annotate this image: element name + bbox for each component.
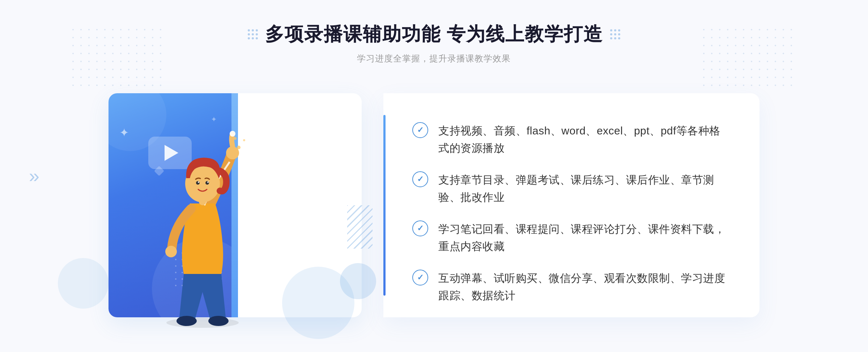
feature-text-2: 支持章节目录、弹题考试、课后练习、课后作业、章节测验、批改作业 — [438, 171, 731, 206]
svg-point-10 — [207, 181, 209, 183]
svg-point-3 — [176, 316, 197, 326]
feature-item-2: ✓ 支持章节目录、弹题考试、课后练习、课后作业、章节测验、批改作业 — [412, 164, 731, 213]
check-icon-3: ✓ — [412, 220, 428, 236]
bottom-left-circle — [58, 258, 109, 309]
page-container: for(let i=0;i<96;i++) document.write('<s… — [0, 0, 868, 352]
svg-point-4 — [208, 316, 229, 326]
feature-text-4: 互动弹幕、试听购买、微信分享、观看次数限制、学习进度跟踪、数据统计 — [438, 270, 731, 304]
main-content: for(let i=0;i<48;i++) document.write('<s… — [109, 82, 760, 328]
feature-item-3: ✓ 学习笔记回看、课程提问、课程评论打分、课件资料下载，重点内容收藏 — [412, 213, 731, 262]
svg-point-2 — [165, 246, 177, 257]
stripe-decoration — [347, 205, 373, 249]
svg-point-11 — [230, 131, 235, 137]
features-accent-bar — [383, 115, 386, 296]
header-section: 多项录播课辅助功能 专为线上教学打造 学习进度全掌握，提升录播课教学效果 — [248, 22, 620, 64]
svg-point-13 — [243, 139, 245, 141]
title-row: 多项录播课辅助功能 专为线上教学打造 — [248, 22, 620, 47]
feature-text-3: 学习笔记回看、课程提问、课程评论打分、课件资料下载，重点内容收藏 — [438, 220, 731, 255]
left-title-decorator — [248, 29, 258, 39]
feature-item-1: ✓ 支持视频、音频、flash、word、excel、ppt、pdf等各种格式的… — [412, 115, 731, 164]
right-title-decorator — [610, 29, 620, 39]
main-title: 多项录播课辅助功能 专为线上教学打造 — [265, 22, 603, 47]
svg-point-8 — [205, 181, 209, 185]
sub-title: 学习进度全掌握，提升录播课教学效果 — [248, 53, 620, 64]
check-icon-1: ✓ — [412, 122, 428, 138]
check-icon-4: ✓ — [412, 270, 428, 286]
svg-point-12 — [237, 146, 241, 149]
person-illustration — [137, 119, 268, 328]
left-chevrons: » — [29, 165, 35, 187]
feature-item-4: ✓ 互动弹幕、试听购买、微信分享、观看次数限制、学习进度跟踪、数据统计 — [412, 262, 731, 312]
svg-point-9 — [198, 181, 199, 183]
illustration-container: for(let i=0;i<48;i++) document.write('<s… — [109, 82, 383, 328]
features-container: ✓ 支持视频、音频、flash、word、excel、ppt、pdf等各种格式的… — [383, 93, 760, 317]
sparkle-left: ✦ — [119, 126, 129, 139]
svg-point-7 — [196, 181, 200, 185]
svg-point-14 — [234, 137, 237, 140]
feature-text-1: 支持视频、音频、flash、word、excel、ppt、pdf等各种格式的资源… — [438, 122, 731, 157]
deco-circle-small — [340, 263, 376, 299]
check-icon-2: ✓ — [412, 171, 428, 187]
